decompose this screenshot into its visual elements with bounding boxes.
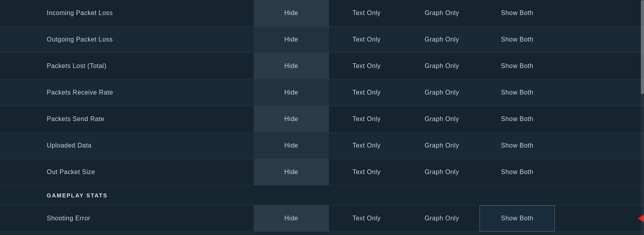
hide-incoming-packet-loss[interactable]: Hide [254, 0, 329, 26]
hide-packets-send-rate[interactable]: Hide [254, 106, 329, 132]
hide-uploaded-data[interactable]: Hide [254, 133, 329, 159]
hide-out-packet-size[interactable]: Hide [254, 159, 329, 185]
text-only-packets-send-rate[interactable]: Text Only [329, 106, 404, 132]
graph-only-incoming-packet-loss[interactable]: Graph Only [404, 0, 480, 26]
graph-only-outgoing-packet-loss[interactable]: Graph Only [404, 27, 480, 53]
text-only-uploaded-data[interactable]: Text Only [329, 133, 404, 159]
text-only-packets-receive-rate[interactable]: Text Only [329, 80, 404, 106]
hide-outgoing-packet-loss[interactable]: Hide [254, 27, 329, 53]
show-both-outgoing-packet-loss[interactable]: Show Both [480, 27, 555, 53]
show-both-incoming-packet-loss[interactable]: Show Both [480, 0, 555, 26]
scrollbar-thumb[interactable] [641, 0, 644, 94]
text-only-out-packet-size[interactable]: Text Only [329, 159, 404, 185]
row-out-packet-size: Out Packet Size Hide Text Only Graph Onl… [0, 159, 644, 186]
label-packets-lost-total: Packets Lost (Total) [0, 53, 254, 79]
row-packets-receive-rate: Packets Receive Rate Hide Text Only Grap… [0, 80, 644, 106]
show-both-shooting-error[interactable]: Show Both [480, 205, 555, 231]
label-out-packet-size: Out Packet Size [0, 159, 254, 185]
graph-only-shooting-error[interactable]: Graph Only [404, 205, 480, 231]
settings-table: Incoming Packet Loss Hide Text Only Grap… [0, 0, 644, 235]
graph-only-packets-receive-rate[interactable]: Graph Only [404, 80, 480, 106]
graph-only-out-packet-size[interactable]: Graph Only [404, 159, 480, 185]
label-incoming-packet-loss: Incoming Packet Loss [0, 0, 254, 26]
text-only-packets-lost-total[interactable]: Text Only [329, 53, 404, 79]
row-packets-lost-total: Packets Lost (Total) Hide Text Only Grap… [0, 53, 644, 80]
graph-only-packets-send-rate[interactable]: Graph Only [404, 106, 480, 132]
text-only-shooting-error[interactable]: Text Only [329, 205, 404, 231]
label-uploaded-data: Uploaded Data [0, 133, 254, 159]
section-label: GAMEPLAY STATS [47, 192, 108, 199]
label-shooting-error: Shooting Error [0, 205, 254, 231]
show-both-packets-lost-total[interactable]: Show Both [480, 53, 555, 79]
text-only-outgoing-packet-loss[interactable]: Text Only [329, 27, 404, 53]
row-shooting-error: Shooting Error Hide Text Only Graph Only… [0, 205, 644, 232]
show-both-uploaded-data[interactable]: Show Both [480, 133, 555, 159]
graph-only-packets-lost-total[interactable]: Graph Only [404, 53, 480, 79]
hide-packets-receive-rate[interactable]: Hide [254, 80, 329, 106]
row-uploaded-data: Uploaded Data Hide Text Only Graph Only … [0, 133, 644, 159]
label-packets-receive-rate: Packets Receive Rate [0, 80, 254, 106]
scrollbar[interactable] [641, 0, 644, 235]
label-outgoing-packet-loss: Outgoing Packet Loss [0, 27, 254, 53]
section-gameplay-stats: GAMEPLAY STATS [0, 186, 644, 205]
show-both-packets-receive-rate[interactable]: Show Both [480, 80, 555, 106]
hide-shooting-error[interactable]: Hide [254, 205, 329, 231]
row-incoming-packet-loss: Incoming Packet Loss Hide Text Only Grap… [0, 0, 644, 27]
label-packets-send-rate: Packets Send Rate [0, 106, 254, 132]
show-both-packets-send-rate[interactable]: Show Both [480, 106, 555, 132]
graph-only-uploaded-data[interactable]: Graph Only [404, 133, 480, 159]
text-only-incoming-packet-loss[interactable]: Text Only [329, 0, 404, 26]
row-outgoing-packet-loss: Outgoing Packet Loss Hide Text Only Grap… [0, 27, 644, 53]
row-packets-send-rate: Packets Send Rate Hide Text Only Graph O… [0, 106, 644, 133]
hide-packets-lost-total[interactable]: Hide [254, 53, 329, 79]
show-both-out-packet-size[interactable]: Show Both [480, 159, 555, 185]
